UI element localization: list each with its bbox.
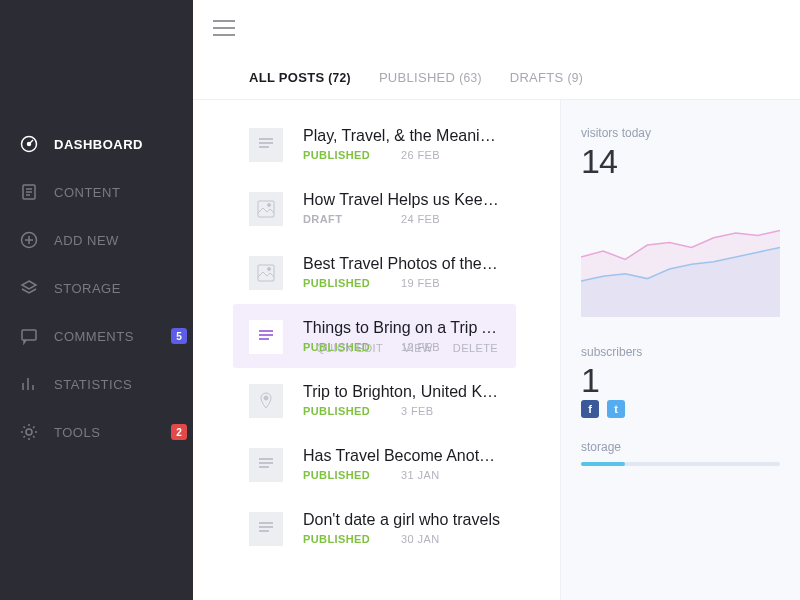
sidebar-item-label: DASHBOARD	[54, 137, 143, 152]
post-row[interactable]: Don't date a girl who travelsPUBLISHED30…	[233, 496, 516, 560]
post-title: Things to Bring on a Trip Around the Wor…	[303, 318, 500, 337]
post-list: Play, Travel, & the Meaning of LifePUBLI…	[193, 100, 540, 600]
bars-icon	[20, 375, 38, 393]
post-row[interactable]: Trip to Brighton, United KingdomPUBLISHE…	[233, 368, 516, 432]
post-meta: PUBLISHED19 FEB	[303, 277, 500, 289]
sidebar-item-label: COMMENTS	[54, 329, 134, 344]
post-row[interactable]: How Travel Helps us Keep Life in Perspec…	[233, 176, 516, 240]
post-body: Has Travel Become Another Exercise in Na…	[303, 446, 500, 481]
post-status: PUBLISHED	[303, 405, 373, 417]
view-button[interactable]: VIEW	[403, 342, 433, 354]
plus-icon	[20, 231, 38, 249]
tab-drafts[interactable]: DRAFTS (9)	[510, 70, 583, 85]
sidebar-item-label: TOOLS	[54, 425, 100, 440]
social-row: f t	[581, 400, 780, 418]
sidebar-item-label: CONTENT	[54, 185, 120, 200]
post-meta: PUBLISHED3 FEB	[303, 405, 500, 417]
stats-pane: visitors today 14 subscribers 1 f t stor…	[560, 100, 800, 600]
storage-bar	[581, 462, 780, 466]
post-status: PUBLISHED	[303, 469, 373, 481]
post-meta: DRAFT24 FEB	[303, 213, 500, 225]
visitors-value: 14	[581, 142, 780, 181]
post-title: Best Travel Photos of the Year	[303, 254, 500, 273]
subscribers-label: subscribers	[581, 345, 780, 359]
post-thumb-image-icon	[249, 256, 283, 290]
post-thumb-text-icon	[249, 320, 283, 354]
post-tabs: ALL POSTS (72)PUBLISHED (63)DRAFTS (9)	[193, 56, 800, 100]
post-title: Trip to Brighton, United Kingdom	[303, 382, 500, 401]
visitors-label: visitors today	[581, 126, 780, 140]
tab-published[interactable]: PUBLISHED (63)	[379, 70, 482, 85]
post-date: 24 FEB	[401, 213, 440, 225]
post-status: PUBLISHED	[303, 149, 373, 161]
sidebar-item-content[interactable]: CONTENT	[0, 168, 193, 216]
post-title: How Travel Helps us Keep Life in Perspec…	[303, 190, 500, 209]
post-row[interactable]: Best Travel Photos of the YearPUBLISHED1…	[233, 240, 516, 304]
sidebar-item-tools[interactable]: TOOLS2	[0, 408, 193, 456]
sidebar-item-label: ADD NEW	[54, 233, 119, 248]
main: ALL POSTS (72)PUBLISHED (63)DRAFTS (9) P…	[193, 0, 800, 600]
facebook-icon[interactable]: f	[581, 400, 599, 418]
sidebar-item-add-new[interactable]: ADD NEW	[0, 216, 193, 264]
sidebar-item-comments[interactable]: COMMENTS5	[0, 312, 193, 360]
twitter-icon[interactable]: t	[607, 400, 625, 418]
topbar	[193, 0, 800, 56]
post-body: Play, Travel, & the Meaning of LifePUBLI…	[303, 126, 500, 161]
post-actions: QUICK EDITVIEWDELETE	[316, 342, 498, 354]
sidebar-item-label: STATISTICS	[54, 377, 132, 392]
content-row: Play, Travel, & the Meaning of LifePUBLI…	[193, 100, 800, 600]
tab-count: (72)	[328, 71, 351, 85]
post-date: 3 FEB	[401, 405, 434, 417]
post-date: 31 JAN	[401, 469, 439, 481]
post-thumb-text-icon	[249, 512, 283, 546]
post-status: PUBLISHED	[303, 277, 373, 289]
sidebar-item-dashboard[interactable]: DASHBOARD	[0, 120, 193, 168]
gauge-icon	[20, 135, 38, 153]
sidebar-item-statistics[interactable]: STATISTICS	[0, 360, 193, 408]
sidebar: DASHBOARDCONTENTADD NEWSTORAGECOMMENTS5S…	[0, 0, 193, 600]
post-date: 19 FEB	[401, 277, 440, 289]
post-thumb-text-icon	[249, 448, 283, 482]
post-date: 26 FEB	[401, 149, 440, 161]
post-body: Don't date a girl who travelsPUBLISHED30…	[303, 510, 500, 545]
tab-all-posts[interactable]: ALL POSTS (72)	[249, 70, 351, 85]
post-row[interactable]: Play, Travel, & the Meaning of LifePUBLI…	[233, 112, 516, 176]
post-meta: PUBLISHED31 JAN	[303, 469, 500, 481]
sidebar-badge: 5	[171, 328, 187, 344]
post-row[interactable]: Things to Bring on a Trip Around the Wor…	[233, 304, 516, 368]
post-thumb-pin-icon	[249, 384, 283, 418]
storage-label: storage	[581, 440, 780, 454]
hamburger-icon[interactable]	[213, 20, 235, 36]
doc-icon	[20, 183, 38, 201]
sidebar-item-storage[interactable]: STORAGE	[0, 264, 193, 312]
post-title: Has Travel Become Another Exercise in Na…	[303, 446, 500, 465]
layers-icon	[20, 279, 38, 297]
tab-count: (9)	[567, 71, 583, 85]
sidebar-item-label: STORAGE	[54, 281, 121, 296]
post-row[interactable]: Has Travel Become Another Exercise in Na…	[233, 432, 516, 496]
post-title: Play, Travel, & the Meaning of Life	[303, 126, 500, 145]
sidebar-badge: 2	[171, 424, 187, 440]
post-date: 30 JAN	[401, 533, 439, 545]
stats-chart	[581, 197, 780, 317]
post-status: PUBLISHED	[303, 533, 373, 545]
post-body: Best Travel Photos of the YearPUBLISHED1…	[303, 254, 500, 289]
quick-edit-button[interactable]: QUICK EDIT	[316, 342, 383, 354]
post-body: Trip to Brighton, United KingdomPUBLISHE…	[303, 382, 500, 417]
subscribers-value: 1	[581, 361, 780, 400]
chat-icon	[20, 327, 38, 345]
post-thumb-text-icon	[249, 128, 283, 162]
post-meta: PUBLISHED30 JAN	[303, 533, 500, 545]
post-thumb-image-icon	[249, 192, 283, 226]
tab-count: (63)	[459, 71, 482, 85]
post-meta: PUBLISHED26 FEB	[303, 149, 500, 161]
post-title: Don't date a girl who travels	[303, 510, 500, 529]
post-body: How Travel Helps us Keep Life in Perspec…	[303, 190, 500, 225]
gear-icon	[20, 423, 38, 441]
post-status: DRAFT	[303, 213, 373, 225]
delete-button[interactable]: DELETE	[453, 342, 498, 354]
